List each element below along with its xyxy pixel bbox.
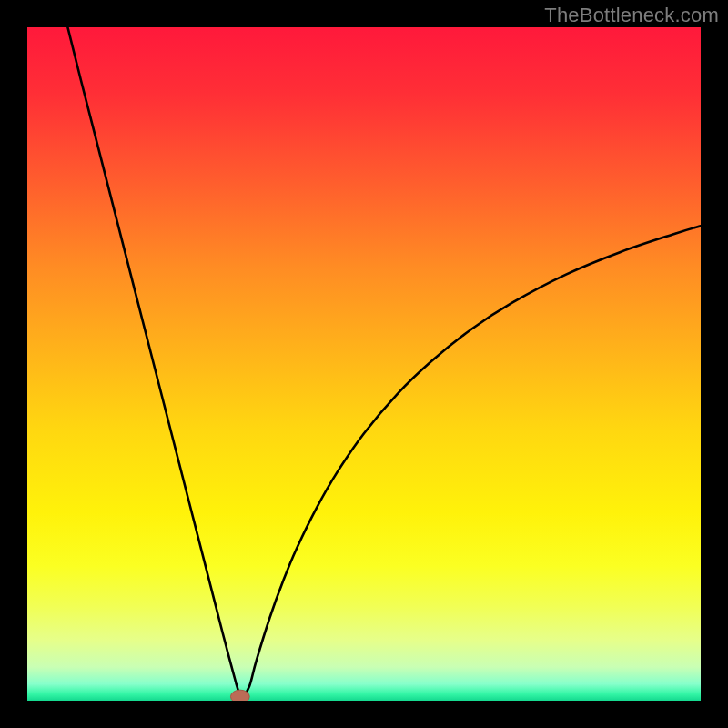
gradient-background <box>27 27 701 701</box>
watermark-text: TheBottleneck.com <box>544 4 719 27</box>
chart-frame: TheBottleneck.com <box>0 0 728 728</box>
optimal-point-marker <box>230 690 249 701</box>
chart-plot-area <box>27 27 701 701</box>
bottleneck-chart <box>27 27 701 701</box>
